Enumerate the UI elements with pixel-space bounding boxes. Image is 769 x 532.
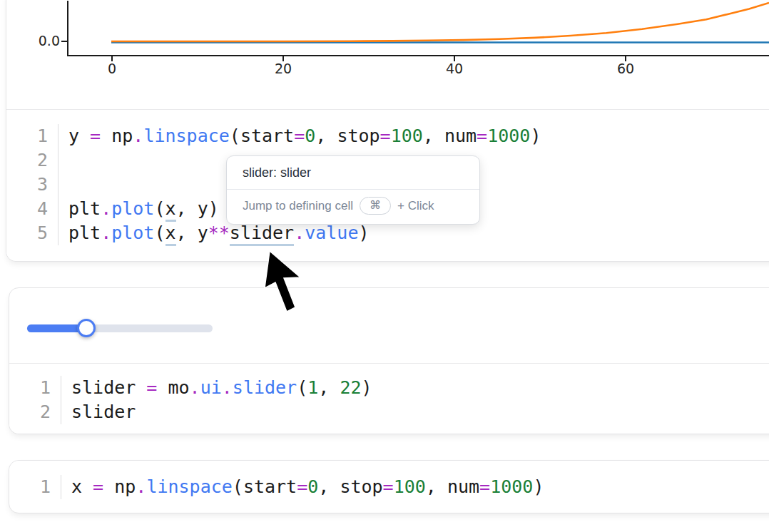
matplotlib-figure (6, 1, 769, 109)
code-token: y (68, 126, 90, 146)
code-token: . (136, 476, 146, 497)
line-number: 1 (9, 376, 61, 400)
code-token: ( (154, 222, 165, 243)
code-line[interactable]: 5plt.plot(x, y**slider.value) (6, 221, 769, 245)
x-tick-label: 0 (91, 61, 133, 76)
code-token: plt (68, 198, 101, 219)
code-token: plot (111, 198, 154, 219)
code-token: stop (337, 126, 380, 146)
x-tick-label: 20 (262, 61, 305, 76)
code-token: 100 (391, 126, 423, 146)
line-number: 1 (9, 475, 61, 499)
code-token (101, 126, 111, 146)
code-token: . (190, 377, 200, 398)
code-token: ) (358, 222, 369, 243)
code-token (103, 476, 114, 497)
code-token: ( (233, 476, 243, 497)
code-token (157, 377, 168, 398)
code-token: = (93, 476, 103, 497)
code-token: , (318, 377, 340, 398)
code-token: = (380, 126, 391, 146)
code-token: , (318, 476, 340, 497)
x-tick-label: 40 (433, 61, 476, 76)
tooltip-footer: Jump to defining cell ⌘ + Click (227, 189, 479, 224)
code-token: value (305, 222, 358, 243)
code-token: , (176, 198, 198, 219)
code-token: y (198, 222, 208, 243)
code-editor-x[interactable]: 1x = np.linspace(start=0, stop=100, num=… (9, 461, 769, 511)
code-token: 0 (307, 476, 318, 497)
code-token: ( (154, 198, 165, 219)
code-token: , (426, 476, 447, 497)
code-token: ** (208, 222, 230, 243)
command-key-icon: ⌘ (360, 197, 391, 215)
line-number: 2 (6, 148, 58, 173)
code-token: ( (230, 126, 240, 146)
code-token: y (198, 198, 208, 219)
code-token: start (240, 126, 294, 146)
code-editor-slider[interactable]: 1slider = mo.ui.slider(1, 22)2slider (9, 363, 769, 434)
code-token: = (477, 126, 487, 146)
jump-to-defining-cell-link[interactable]: Jump to defining cell (243, 199, 353, 213)
notebook-canvas: 0.0 0 20 40 60 1y = np.linspace(start=0,… (0, 0, 769, 532)
code-token: slider (71, 377, 146, 398)
code-token: 100 (394, 476, 426, 497)
code-token: stop (340, 476, 382, 497)
line-number: 2 (9, 400, 61, 424)
code-token: . (222, 377, 233, 398)
y-tick-label: 0.0 (6, 33, 60, 48)
cell-x: 1x = np.linspace(start=0, stop=100, num=… (9, 460, 769, 513)
line-chart: 0.0 0 20 40 60 (6, 1, 769, 109)
code-token: ) (208, 198, 219, 219)
code-token: slider (71, 401, 136, 422)
code-token: ui (200, 377, 222, 398)
code-line[interactable]: 2slider (9, 400, 769, 424)
code-token: = (90, 126, 101, 146)
code-token: 1000 (490, 476, 533, 497)
code-token: linspace (143, 126, 229, 146)
code-token: . (101, 198, 111, 219)
code-token: x (71, 476, 93, 497)
code-token: start (243, 476, 297, 497)
slider-thumb[interactable] (77, 319, 96, 337)
code-token: np (111, 126, 133, 146)
code-token: . (133, 126, 143, 146)
code-token: slider (233, 377, 297, 398)
code-line[interactable]: 1x = np.linspace(start=0, stop=100, num=… (9, 475, 769, 499)
code-token: = (146, 377, 157, 398)
code-token: 1 (307, 377, 318, 398)
line-number: 5 (6, 221, 58, 245)
line-number: 3 (6, 173, 58, 197)
cell-slider: 1slider = mo.ui.slider(1, 22)2slider (9, 287, 769, 434)
code-token: np (114, 476, 136, 497)
code-token: = (383, 476, 394, 497)
code-token: ( (297, 377, 307, 398)
code-token: , (315, 126, 337, 146)
code-token: 22 (340, 377, 361, 398)
x-tick-label: 60 (604, 61, 647, 76)
code-token: linspace (146, 476, 232, 497)
code-line[interactable]: 1y = np.linspace(start=0, stop=100, num=… (6, 124, 769, 148)
line-number: 4 (6, 197, 58, 221)
hoverable-variable[interactable]: x (165, 198, 176, 222)
slider[interactable] (27, 324, 213, 332)
hoverable-variable[interactable]: slider (230, 222, 294, 246)
code-token: , (176, 222, 198, 243)
code-token: mo (168, 377, 189, 398)
code-token: , (423, 126, 444, 146)
code-token: 0 (305, 126, 315, 146)
code-token: ) (530, 126, 541, 146)
code-token: = (294, 126, 305, 146)
code-token: 1000 (487, 126, 530, 146)
code-token: = (297, 476, 307, 497)
code-token: . (294, 222, 305, 243)
series-power-curve (111, 3, 769, 41)
code-token: plot (111, 222, 154, 243)
code-token: ) (533, 476, 544, 497)
tooltip-title: slider: slider (227, 156, 479, 189)
code-line[interactable]: 1slider = mo.ui.slider(1, 22) (9, 376, 769, 400)
code-token: ) (361, 377, 372, 398)
hoverable-variable[interactable]: x (165, 222, 176, 246)
code-token: plt (68, 222, 101, 243)
variable-tooltip: slider: slider Jump to defining cell ⌘ +… (226, 155, 480, 225)
